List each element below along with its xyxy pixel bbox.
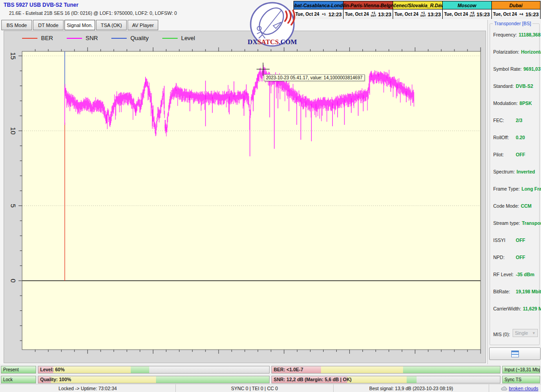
meter-snr: SNR: 12,2 dB (Margin: 5,6 dB | OK): [271, 376, 500, 383]
mis-select[interactable]: Single ▼: [513, 329, 538, 337]
transponder-groupbox: Transponder [BS] Frequency:11188,368 MHz…: [490, 23, 540, 345]
meter-ber: BER: <1.0E-7: [271, 366, 500, 374]
clock-date: Tue, Oct 24: [345, 12, 369, 17]
badge-sync-ts: Sync TS: [502, 376, 540, 383]
clock-2: Lučenec/Slovakia_R.DávidTue, Oct 24+1DST…: [393, 1, 443, 19]
status-best-signal: Best signal: 13,9 dB (2023-10-23 08:19): [334, 384, 489, 392]
clock-3: MoscowTue, Oct 24+3DST15:23: [442, 1, 492, 19]
clock-city: Berlin-Paris-Vienna-Belgrade: [344, 1, 393, 9]
meter-label-level: Level: 60%: [40, 367, 64, 372]
legend-item-level: Level: [162, 35, 195, 41]
tab-signal-mon-[interactable]: Signal Mon.: [64, 20, 95, 30]
mis-label: MIS (0):: [493, 332, 514, 337]
clock-date: Tue, Oct 24: [493, 12, 517, 17]
transponder-row-frequency-: Frequency:11188,368 MHz: [493, 32, 541, 37]
svg-text:10: 10: [9, 127, 17, 135]
clock-time: 13:23: [428, 12, 441, 17]
stream-layers-button[interactable]: [489, 347, 541, 360]
transponder-row-pilot-: Pilot:OFF: [493, 152, 525, 157]
world-clocks: Rabat-Casablanca-LondonTue, Oct 24+112:2…: [294, 1, 541, 19]
weather-link[interactable]: broken clouds: [509, 386, 538, 391]
badge-lock: Lock: [1, 376, 36, 383]
transponder-row-modulation-: Modulation:8PSK: [493, 100, 532, 106]
status-lock: Locked -> Uptime: 73:02:34: [0, 384, 176, 392]
transponder-row-rolloff-: RollOff:0.20: [493, 135, 525, 140]
legend-item-ber: BER: [22, 35, 53, 41]
svg-text:DXSATCS.COM: DXSATCS.COM: [248, 38, 297, 46]
tab-dt-mode[interactable]: DT Mode: [33, 20, 64, 30]
transponder-row-fec-: FEC:2/3: [493, 118, 523, 123]
transponder-row-issyi: ISSYIOFF: [493, 237, 525, 243]
clock-time: 15:23: [526, 12, 539, 17]
clock-4: DubaiTue, Oct 24+415:23: [491, 1, 541, 19]
clock-time: 13:23: [378, 12, 391, 17]
clock-city: Dubai: [492, 1, 541, 9]
crosshair-vertical: [263, 63, 263, 76]
badge-present: Present: [1, 366, 36, 374]
status-bar: Locked -> Uptime: 73:02:34 SYNC 0 | TEI …: [0, 384, 541, 392]
transponder-row-symbol-rate-: Symbol Rate:9691,037 KS/s: [493, 66, 541, 72]
dxsatcs-logo: DXSATCS.COM: [247, 0, 298, 50]
tab-av-player[interactable]: AV Player: [128, 20, 158, 30]
meter-label-ber: BER: <1.0E-7: [274, 367, 303, 372]
transponder-row-bitrate-: BitRate:19,198 Mbit/s: [493, 289, 541, 294]
svg-text:0: 0: [9, 279, 17, 283]
transponder-row-npd-: NPD:OFF: [493, 255, 525, 260]
clock-city: Lučenec/Slovakia_R.Dávid: [393, 1, 442, 9]
clock-city: Rabat-Casablanca-London: [294, 1, 343, 9]
mis-value: Single: [515, 330, 528, 336]
legend-item-snr: SNR: [67, 35, 98, 41]
clock-0: Rabat-Casablanca-LondonTue, Oct 24+112:2…: [293, 1, 344, 19]
clock-date: Tue, Oct 24: [394, 12, 418, 17]
transponder-row-code-mode-: Code Mode:CCM: [493, 203, 532, 209]
chart-tooltip: 2023-10-23 05.41.17, value: 14,100000381…: [264, 74, 365, 81]
clock-date: Tue, Oct 24: [295, 12, 319, 17]
mis-row: MIS (0):: [493, 332, 514, 337]
clock-1: Berlin-Paris-Vienna-BelgradeTue, Oct 24+…: [343, 1, 393, 19]
signal-chart[interactable]: 051015: [4, 31, 486, 364]
chart-legend: BERSNRQualityLevel: [22, 35, 209, 41]
svg-text:5: 5: [9, 204, 17, 207]
meter-level: Level: 60%: [38, 366, 270, 374]
status-sync: SYNC 0 | TEI 0 | CC 0: [176, 384, 334, 392]
meters-area: PresentLockInput (~18,31 Mbps)Sync TSLev…: [0, 364, 541, 384]
badge-input-18-31-mbps-: Input (~18,31 Mbps): [502, 366, 540, 374]
transponder-row-standard-: Standard:DVB-S2: [493, 83, 533, 89]
clock-time: 15:23: [477, 12, 490, 17]
signal-chart-panel: 051015 BERSNRQualityLevel: [4, 31, 486, 363]
transponder-row-carrierwidth-: CarrierWidth:11,629 MHz: [493, 306, 541, 311]
tab-tsa-ok-[interactable]: TSA (OK): [96, 20, 127, 30]
chevron-down-icon: ▼: [532, 331, 536, 335]
transponder-row-frame-type-: Frame Type:Long Frame: [493, 186, 541, 191]
tuner-subtitle: 21.6E - Eutelsat 21B SES 16 (ID: 0216) @…: [9, 10, 177, 16]
meter-label-snr: SNR: 12,2 dB (Margin: 5,6 dB | OK): [274, 377, 352, 382]
mode-tabs: BS ModeDT ModeSignal Mon.TSA (OK)AV Play…: [1, 20, 158, 30]
meter-label-quality: Quality: 100%: [40, 377, 71, 382]
meter-quality: Quality: 100%: [38, 376, 270, 383]
tab-bs-mode[interactable]: BS Mode: [1, 20, 32, 30]
status-weather: broken clouds: [489, 384, 541, 392]
svg-text:15: 15: [9, 52, 17, 60]
layers-icon: [511, 351, 519, 357]
transponder-row-spectrum-: Spectrum:Inverted: [493, 169, 535, 174]
legend-item-quality: Quality: [111, 35, 148, 41]
clock-city: Moscow: [443, 1, 491, 9]
clock-date: Tue, Oct 24: [444, 12, 468, 17]
transponder-row-polarization-: Polarization:Horizontal: [493, 49, 541, 55]
cloud-icon: [501, 386, 507, 391]
window-title: TBS 5927 USB DVB-S2 Tuner: [4, 2, 78, 8]
transponder-title: Transponder [BS]: [493, 21, 532, 26]
transponder-row-stream-type-: Stream type:Transport: [493, 220, 541, 226]
transponder-row-rf-level-: RF Level:-35 dBm: [493, 272, 534, 277]
transponder-panel: Transponder [BS] Frequency:11188,368 MHz…: [487, 20, 541, 392]
clock-time: 12:23: [329, 12, 342, 17]
app-window: TBS 5927 USB DVB-S2 Tuner 21.6E - Eutels…: [0, 0, 541, 392]
